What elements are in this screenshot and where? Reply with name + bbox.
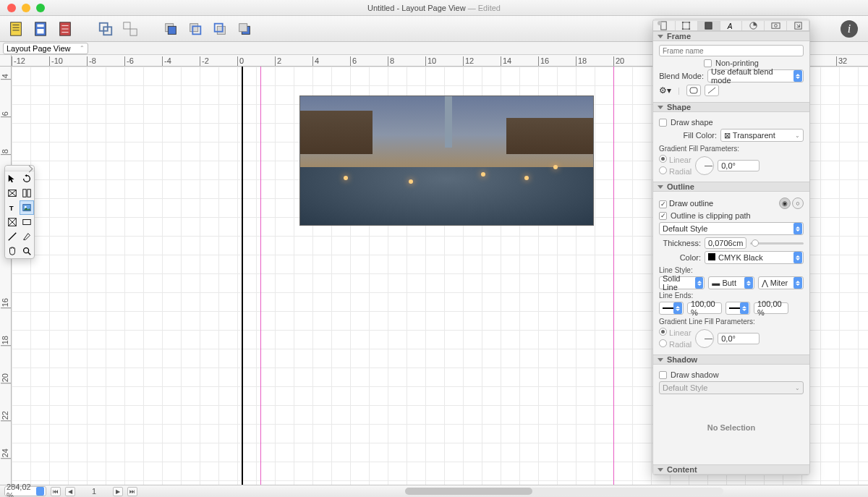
svg-rect-27 bbox=[27, 190, 30, 197]
frame-name-input[interactable] bbox=[659, 45, 804, 56]
inspector-tab-image[interactable] bbox=[765, 21, 787, 30]
ruler-origin[interactable] bbox=[0, 55, 12, 67]
rounded-rect-icon[interactable] bbox=[686, 85, 701, 96]
svg-rect-34 bbox=[23, 220, 31, 225]
outline-mode-b[interactable]: ○ bbox=[792, 197, 804, 209]
thickness-field[interactable]: 0,0706cm bbox=[705, 237, 746, 249]
svg-rect-47 bbox=[772, 23, 780, 28]
shadow-style-select[interactable]: Default Style⌄ bbox=[659, 381, 804, 394]
bring-forward-icon[interactable] bbox=[185, 19, 205, 39]
palette-collapse-button[interactable] bbox=[5, 166, 34, 171]
inspector-tab-text[interactable]: A bbox=[720, 21, 743, 30]
vertical-ruler[interactable]: 468161820222426 bbox=[0, 67, 12, 485]
gear-icon[interactable]: ⚙︎▾ bbox=[659, 85, 671, 95]
inspector-header[interactable] bbox=[653, 20, 809, 21]
page-red-icon[interactable] bbox=[55, 19, 75, 39]
margin-guide-right bbox=[613, 67, 614, 485]
outline-color-select[interactable]: CMYK Black bbox=[705, 251, 804, 264]
rect-tool[interactable] bbox=[20, 215, 34, 229]
line-style-select[interactable]: Solid Line bbox=[659, 276, 705, 289]
line-join-select[interactable]: ⋀ Miter bbox=[758, 276, 804, 289]
svg-rect-14 bbox=[130, 29, 137, 35]
section-shadow-header[interactable]: Shadow bbox=[653, 354, 809, 365]
line-end-left-select[interactable] bbox=[659, 302, 684, 315]
clipping-checkbox[interactable] bbox=[659, 212, 667, 220]
page-blue-icon[interactable] bbox=[30, 19, 51, 39]
section-content-header[interactable]: Content bbox=[653, 464, 809, 475]
svg-rect-19 bbox=[217, 26, 225, 34]
select-tool[interactable] bbox=[5, 171, 20, 186]
draw-shape-checkbox[interactable] bbox=[659, 119, 667, 127]
line-end-right-select[interactable] bbox=[726, 302, 750, 315]
draw-shadow-checkbox[interactable] bbox=[659, 371, 667, 379]
group-icon[interactable] bbox=[95, 19, 116, 39]
section-frame-header[interactable]: Frame bbox=[653, 31, 809, 41]
column-frame-tool[interactable] bbox=[20, 186, 34, 200]
hand-tool[interactable] bbox=[5, 244, 20, 258]
blend-mode-label: Blend Mode: bbox=[659, 72, 704, 80]
polygon-tool[interactable] bbox=[5, 215, 20, 229]
page-left-edge bbox=[242, 67, 243, 485]
info-button[interactable]: i bbox=[841, 20, 858, 38]
zoom-tool[interactable] bbox=[20, 244, 34, 258]
page-yellow-icon[interactable] bbox=[6, 19, 26, 39]
inspector-panel: A Frame Non-printing Blend Mode: Use def… bbox=[652, 19, 810, 475]
inspector-tab-color[interactable] bbox=[742, 21, 765, 30]
pen-tool[interactable] bbox=[20, 229, 34, 244]
window-title: Untitled - Layout Page View bbox=[367, 4, 466, 12]
non-printing-checkbox[interactable] bbox=[704, 59, 712, 67]
view-mode-select[interactable]: Layout Page View ⌃ bbox=[3, 43, 88, 54]
section-outline-header[interactable]: Outline bbox=[653, 182, 809, 192]
send-backward-icon[interactable] bbox=[210, 19, 230, 39]
shape-linear-radio[interactable] bbox=[659, 155, 667, 163]
shape-angle-dial[interactable] bbox=[695, 156, 714, 175]
svg-rect-5 bbox=[37, 24, 43, 27]
svg-rect-26 bbox=[23, 190, 26, 197]
rotate-tool[interactable] bbox=[20, 171, 34, 186]
horizontal-scrollbar[interactable] bbox=[405, 488, 723, 495]
fill-color-select[interactable]: ⊠ Transparent⌄ bbox=[720, 129, 804, 142]
section-shape-header[interactable]: Shape bbox=[653, 102, 809, 112]
line-cap-select[interactable]: ▬ Butt bbox=[708, 276, 754, 289]
prev-page-button[interactable]: ◀ bbox=[65, 487, 75, 496]
bring-front-icon[interactable] bbox=[161, 19, 181, 39]
inspector-tab-appearance[interactable] bbox=[698, 21, 720, 30]
ungroup-icon[interactable] bbox=[120, 19, 140, 39]
next-page-button[interactable]: ▶ bbox=[113, 487, 123, 496]
outline-angle-field[interactable]: 0,0° bbox=[718, 333, 760, 344]
margin-guide-left bbox=[260, 67, 261, 485]
blend-mode-select[interactable]: Use default blend mode bbox=[707, 69, 804, 82]
shape-angle-field[interactable]: 0,0° bbox=[718, 160, 760, 171]
draw-outline-checkbox[interactable] bbox=[659, 200, 667, 208]
image-tool[interactable] bbox=[20, 200, 34, 215]
send-back-icon[interactable] bbox=[234, 19, 255, 39]
inspector-tab-frame[interactable] bbox=[676, 21, 698, 30]
svg-rect-40 bbox=[682, 22, 684, 23]
line-end-right-field[interactable]: 100,00 % bbox=[754, 302, 788, 314]
line-tool[interactable] bbox=[5, 229, 20, 244]
diagonal-line-icon[interactable] bbox=[705, 85, 719, 96]
inspector-tab-document[interactable] bbox=[653, 21, 676, 30]
svg-line-51 bbox=[708, 88, 715, 93]
last-page-button[interactable]: ⏭ bbox=[127, 487, 137, 496]
svg-rect-50 bbox=[690, 88, 697, 93]
svg-rect-41 bbox=[689, 22, 690, 23]
svg-rect-22 bbox=[239, 23, 247, 31]
line-end-left-field[interactable]: 100,00 % bbox=[687, 302, 722, 314]
zoom-field[interactable]: 284,02 % bbox=[4, 486, 46, 496]
svg-rect-43 bbox=[689, 28, 690, 30]
outline-linear-radio[interactable] bbox=[659, 328, 667, 336]
text-tool[interactable]: T bbox=[5, 200, 20, 215]
outline-angle-dial[interactable] bbox=[695, 329, 714, 348]
shape-radial-radio[interactable] bbox=[659, 166, 667, 174]
thickness-slider[interactable] bbox=[750, 242, 804, 245]
placed-image-frame[interactable] bbox=[299, 95, 594, 226]
tool-palette[interactable]: T bbox=[4, 165, 35, 259]
inspector-tab-export[interactable] bbox=[787, 21, 809, 30]
outline-mode-a[interactable]: ◉ bbox=[779, 197, 791, 209]
view-mode-value: Layout Page View bbox=[7, 44, 70, 53]
first-page-button[interactable]: ⏮ bbox=[51, 487, 61, 496]
outline-style-select[interactable]: Default Style bbox=[659, 222, 804, 235]
outline-radial-radio[interactable] bbox=[659, 339, 667, 347]
rect-frame-tool[interactable] bbox=[5, 186, 20, 200]
